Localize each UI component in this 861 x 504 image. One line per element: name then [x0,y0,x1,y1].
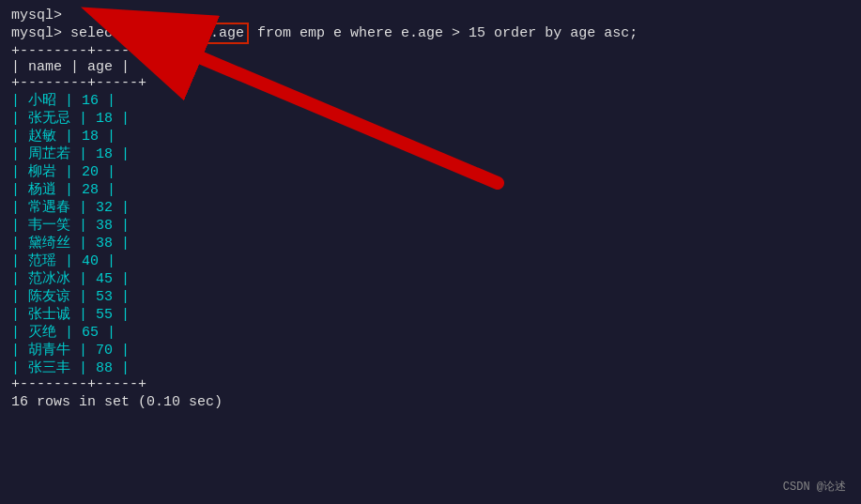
table-row: | 张无忌 | 18 | [11,109,850,127]
table-row: | 柳岩 | 20 | [11,162,850,180]
terminal: mysql> mysql> select e.name, e.age from … [0,0,861,504]
command-after: from emp e where e.age > 15 order by age… [249,25,638,41]
table-row: | 张士诚 | 55 | [11,305,850,323]
watermark: CSDN @论述 [783,479,846,495]
mysql-prompt-2: mysql> [11,25,62,41]
table-row: | 韦一笑 | 38 | [11,216,850,234]
mysql-prompt-1: mysql> [11,8,62,23]
table-row: | 黛绮丝 | 38 | [11,234,850,252]
command-before: select [70,25,130,41]
table-body: | 小昭 | 16 || 张无忌 | 18 || 赵敏 | 18 || 周芷若 … [11,91,850,376]
table-top-separator: +--------+-----+ [11,43,850,59]
table-row: | 张三丰 | 88 | [11,359,850,376]
header-age: age [87,59,113,75]
table-row: | 范瑶 | 40 | [11,252,850,269]
highlight-box: e.name, e.age [130,23,249,44]
table-row: | 杨逍 | 28 | [11,180,850,198]
table-row: | 胡青牛 | 70 | [11,341,850,359]
table-row: | 小昭 | 16 | [11,91,850,109]
table-row: | 陈友谅 | 53 | [11,287,850,305]
table-bottom-separator: +--------+-----+ [11,376,850,392]
table-header-separator: +--------+-----+ [11,75,850,91]
table-row: | 灭绝 | 65 | [11,323,850,341]
first-prompt-line: mysql> [11,8,850,23]
table-row: | 常遇春 | 32 | [11,198,850,216]
table-row: | 范冰冰 | 45 | [11,269,850,287]
header-name: name [28,59,62,75]
command-line: mysql> select e.name, e.age from emp e w… [11,25,850,41]
table-row: | 赵敏 | 18 | [11,127,850,145]
result-info: 16 rows in set (0.10 sec) [11,394,850,410]
table-row: | 周芷若 | 18 | [11,145,850,162]
table-header: | name | age | [11,59,850,75]
